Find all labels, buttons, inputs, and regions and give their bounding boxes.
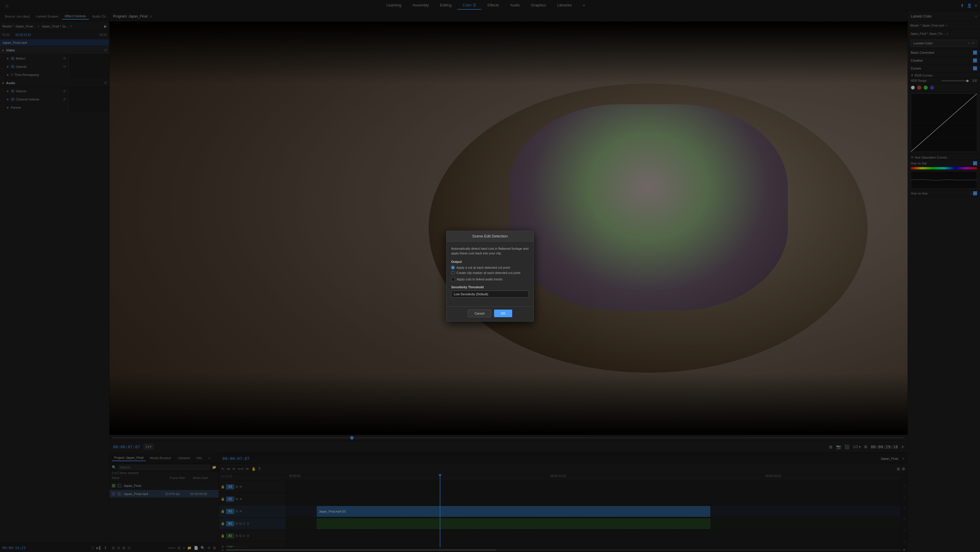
dialog-overlay[interactable]: Scene Edit Detection Automatically detec… — [0, 0, 980, 552]
dialog-ok-btn[interactable]: OK — [494, 310, 512, 317]
sensitivity-dropdown-wrapper: Low Sensitivity (Default) Medium Sensiti… — [451, 291, 529, 297]
dialog-option2-label: Create clip marker at each detected cut … — [457, 271, 520, 275]
dialog-checkbox-row: Apply cuts to linked audio tracks — [451, 277, 529, 281]
scene-edit-dialog: Scene Edit Detection Automatically detec… — [446, 231, 534, 321]
dialog-radio-dot-1 — [452, 267, 454, 269]
dialog-sensitivity-label: Sensitivity Threshold — [451, 285, 529, 289]
dialog-radio-option1[interactable] — [451, 266, 455, 269]
dialog-checkbox[interactable] — [451, 277, 455, 281]
dialog-title: Scene Edit Detection — [447, 231, 533, 242]
dialog-radio-option2[interactable] — [451, 271, 455, 275]
dialog-checkbox-label: Apply cuts to linked audio tracks — [457, 277, 503, 281]
dialog-buttons: Cancel OK — [447, 306, 533, 321]
dialog-option1-label: Apply a cut at each detected cut point — [457, 266, 510, 269]
dialog-body: Automatically detect hard cuts in flatte… — [447, 242, 533, 306]
dialog-description: Automatically detect hard cuts in flatte… — [451, 246, 529, 256]
dialog-option1-row[interactable]: Apply a cut at each detected cut point — [451, 266, 529, 269]
dialog-cancel-btn[interactable]: Cancel — [468, 310, 491, 317]
dialog-dropdown-row: Low Sensitivity (Default) Medium Sensiti… — [451, 291, 529, 297]
sensitivity-dropdown[interactable]: Low Sensitivity (Default) Medium Sensiti… — [451, 291, 529, 297]
dialog-option2-row[interactable]: Create clip marker at each detected cut … — [451, 271, 529, 275]
dialog-output-label: Output — [451, 260, 529, 263]
